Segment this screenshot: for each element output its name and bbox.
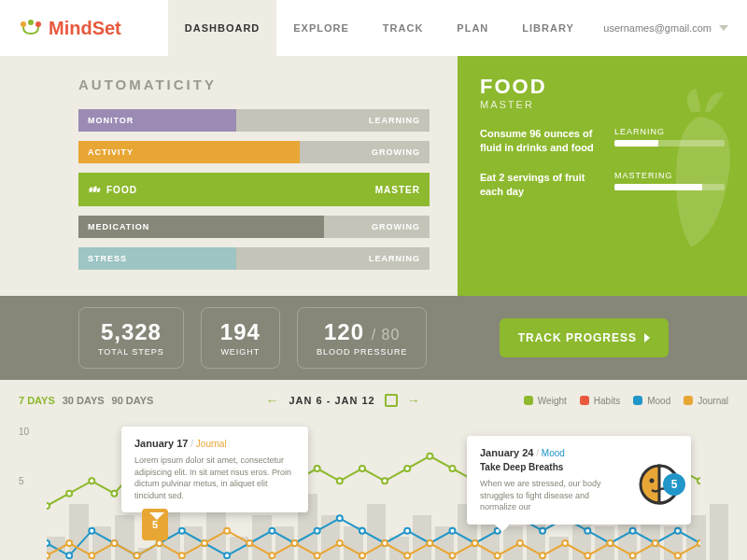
chart-bar [275,526,294,560]
range-7days[interactable]: 7 DAYS [19,395,55,406]
chart-bar [206,504,225,560]
journal-badge-icon: 5 [142,509,168,540]
legend-journal[interactable]: Journal [684,396,728,406]
chart-bar [664,526,683,560]
range-90days[interactable]: 90 DAYS [112,395,154,406]
nav-library[interactable]: LIBRARY [505,0,590,56]
chart-bar [367,504,386,560]
automaticity-row-food[interactable]: FOODMASTER [78,173,430,206]
food-panel: FOOD MASTER Consume 96 ounces of fluid i… [458,56,747,296]
weight-label: WEIGHT [220,347,261,357]
track-progress-button[interactable]: TRACK PROGRESS [500,318,669,357]
chart-bar [69,504,88,560]
weight-value: 194 [220,319,261,345]
arrow-right-icon [644,333,650,343]
chart-bar [595,526,613,560]
range-30days[interactable]: 30 DAYS [63,395,105,406]
brand-name: MindSet [49,18,121,39]
food-goal: Consume 96 ounces of fluid in drinks and… [480,127,725,156]
leaf-icon [88,185,101,194]
automaticity-title: AUTOMATICITY [78,77,430,92]
range-selector: 7 DAYS 30 DAYS 90 DAYS [19,395,153,406]
header: MindSet DASHBOARD EXPLORE TRACK PLAN LIB… [0,0,747,56]
chart-bar [184,526,203,560]
svg-point-0 [21,21,26,27]
chart-bar [413,515,431,560]
date-navigator: ← JAN 6 - JAN 12 → [265,393,420,408]
svg-point-2 [35,21,41,27]
automaticity-panel: AUTOMATICITY MONITORLEARNINGACTIVITYGROW… [0,56,458,296]
steps-label: TOTAL STEPS [98,347,164,357]
chart-bar [92,526,111,560]
chart-legend: WeightHabitsMoodJournal [524,396,728,406]
chart-bar [47,537,65,560]
chart-bar [321,515,340,560]
mood-badge: 5 [663,473,685,496]
food-goal: Eat 2 servings of fruit each dayMASTERIN… [480,171,725,200]
automaticity-row-medication[interactable]: MEDICATIONGROWING [78,216,430,238]
steps-value: 5,328 [98,319,164,345]
chart-bar [115,515,134,560]
main-nav: DASHBOARD EXPLORE TRACK PLAN LIBRARY [168,0,591,56]
y-axis: 10 5 [19,427,29,525]
date-prev-button[interactable]: ← [265,393,279,408]
main-content: AUTOMATICITY MONITORLEARNINGACTIVITYGROW… [0,56,747,296]
date-range-label: JAN 6 - JAN 12 [289,395,374,406]
legend-weight[interactable]: Weight [524,396,567,406]
automaticity-row-activity[interactable]: ACTIVITYGROWING [78,141,430,163]
bp-label: BLOOD PRESSURE [317,347,408,357]
date-next-button[interactable]: → [407,393,421,408]
bp-value: 120 / 80 [317,319,408,345]
stats-bar: 5,328 TOTAL STEPS 194 WEIGHT 120 / 80 BL… [0,296,747,380]
nav-plan[interactable]: PLAN [440,0,505,56]
chart-bar [344,526,362,560]
nav-explore[interactable]: EXPLORE [276,0,366,56]
tooltip-mood: January 24 / Mood Take Deep Breaths When… [467,436,691,525]
tooltip-journal: January 17 / Journal Lorem ipsum dolor s… [121,427,308,512]
chart-bar [435,526,454,560]
chart-bar [549,537,568,560]
legend-mood[interactable]: Mood [633,396,670,406]
user-email: usernames@gmail.com [603,22,712,34]
stat-bp: 120 / 80 BLOOD PRESSURE [297,307,428,369]
chevron-down-icon [719,25,728,31]
svg-point-94 [650,479,655,483]
logo[interactable]: MindSet [19,18,121,39]
calendar-icon[interactable] [385,394,398,407]
automaticity-row-stress[interactable]: STRESSLEARNING [78,247,430,270]
chart-area: 10 5 January 17 / Journal Lorem ipsum do… [0,417,747,560]
chart-bar [230,537,248,560]
legend-habits[interactable]: Habits [580,396,620,406]
chart-bar [710,504,728,560]
progress-bar [614,140,725,147]
nav-dashboard[interactable]: DASHBOARD [168,0,277,56]
stat-weight: 194 WEIGHT [201,307,280,369]
svg-point-1 [28,20,34,25]
nav-track[interactable]: TRACK [366,0,441,56]
food-subtitle: MASTER [480,99,725,110]
chart-bar [252,515,271,560]
automaticity-row-monitor[interactable]: MONITORLEARNING [78,109,430,132]
progress-bar [614,184,725,190]
chart-bar [138,548,157,560]
chart-bar [389,537,408,560]
user-menu[interactable]: usernames@gmail.com [603,22,728,34]
stat-steps: 5,328 TOTAL STEPS [78,307,184,369]
chart-controls: 7 DAYS 30 DAYS 90 DAYS ← JAN 6 - JAN 12 … [0,380,747,417]
logo-icon [19,19,43,37]
